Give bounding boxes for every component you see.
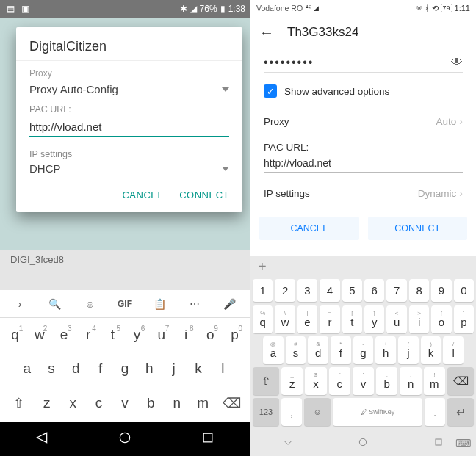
key-j[interactable]: j bbox=[162, 361, 186, 377]
key-l[interactable]: /l bbox=[443, 336, 464, 364]
key-b[interactable]: :b bbox=[376, 367, 397, 395]
key-d[interactable]: d bbox=[64, 361, 88, 377]
period-key[interactable]: . bbox=[425, 398, 445, 426]
key-a[interactable]: a bbox=[15, 361, 39, 377]
key-6[interactable]: 6 bbox=[364, 279, 384, 302]
key-j[interactable]: (j bbox=[398, 336, 419, 364]
key-d[interactable]: &d bbox=[308, 336, 328, 364]
key-s[interactable]: s bbox=[39, 361, 63, 377]
shift-key[interactable]: ⇧ bbox=[253, 367, 279, 395]
keyboard-right[interactable]: + 1234567890 %q\w|e=r[t]y<u>i{o}p @a#s&d… bbox=[250, 256, 476, 456]
clipboard-icon[interactable]: 📋 bbox=[149, 298, 171, 310]
key-5[interactable]: 5 bbox=[342, 279, 362, 302]
key-c[interactable]: c bbox=[86, 395, 112, 411]
key-t[interactable]: 5t bbox=[101, 327, 125, 343]
key-k[interactable]: )k bbox=[421, 336, 441, 364]
key-8[interactable]: 8 bbox=[409, 279, 429, 302]
eye-off-icon[interactable]: 👁 bbox=[451, 56, 463, 69]
key-v[interactable]: v bbox=[112, 395, 137, 411]
key-t[interactable]: [t bbox=[342, 305, 362, 333]
space-key[interactable]: 🖊 SwiftKey bbox=[333, 398, 422, 426]
emoji-key[interactable]: ☺ bbox=[304, 398, 331, 426]
password-field[interactable]: ••••••••• bbox=[264, 56, 314, 69]
key-i[interactable]: 8i bbox=[173, 327, 198, 343]
shift-key[interactable]: ⇧ bbox=[3, 395, 34, 411]
pac-url-input[interactable] bbox=[264, 154, 463, 173]
key-u[interactable]: 7u bbox=[149, 327, 173, 343]
key-x[interactable]: x bbox=[60, 395, 85, 411]
key-f[interactable]: f bbox=[88, 361, 112, 377]
show-advanced-checkbox[interactable]: ✓ Show advanced options bbox=[264, 79, 463, 108]
nav-home-icon[interactable] bbox=[118, 430, 132, 448]
ip-settings-dropdown[interactable]: DHCP bbox=[29, 162, 229, 175]
key-e[interactable]: |e bbox=[298, 305, 317, 333]
key-g[interactable]: g bbox=[112, 361, 137, 377]
key-q[interactable]: 1q bbox=[3, 327, 27, 343]
enter-key[interactable]: ↵ bbox=[447, 398, 474, 426]
key-r[interactable]: =r bbox=[320, 305, 339, 333]
key-p[interactable]: 0p bbox=[223, 327, 247, 343]
more-icon[interactable]: ⋯ bbox=[184, 298, 206, 310]
backspace-key[interactable]: ⌫ bbox=[447, 367, 474, 395]
key-7[interactable]: 7 bbox=[386, 279, 406, 302]
key-y[interactable]: 6y bbox=[125, 327, 149, 343]
backspace-key[interactable]: ⌫ bbox=[216, 395, 247, 411]
key-x[interactable]: $x bbox=[305, 367, 326, 395]
connect-button[interactable]: CONNECT bbox=[179, 189, 229, 200]
key-l[interactable]: l bbox=[211, 361, 235, 377]
key-s[interactable]: #s bbox=[286, 336, 306, 364]
key-g[interactable]: -g bbox=[353, 336, 374, 364]
key-0[interactable]: 0 bbox=[454, 279, 474, 302]
search-icon[interactable]: 🔍 bbox=[44, 298, 66, 310]
nav-back-icon[interactable] bbox=[35, 430, 49, 448]
numbers-key[interactable]: 123 bbox=[253, 398, 279, 426]
nav-recent-icon[interactable] bbox=[433, 436, 444, 450]
key-a[interactable]: @a bbox=[263, 336, 284, 364]
key-w[interactable]: 2w bbox=[27, 327, 51, 343]
key-b[interactable]: b bbox=[138, 395, 164, 411]
nav-recent-icon[interactable] bbox=[201, 430, 215, 448]
proxy-row[interactable]: Proxy Auto› bbox=[264, 108, 463, 134]
connect-button[interactable]: CONNECT bbox=[368, 217, 468, 240]
key-r[interactable]: 4r bbox=[76, 327, 101, 343]
sticker-icon[interactable]: ☺ bbox=[79, 298, 101, 310]
key-i[interactable]: >i bbox=[409, 305, 429, 333]
key-w[interactable]: \w bbox=[275, 305, 295, 333]
cancel-button[interactable]: CANCEL bbox=[259, 217, 359, 240]
key-9[interactable]: 9 bbox=[431, 279, 451, 302]
nav-home-icon[interactable] bbox=[357, 436, 369, 450]
key-o[interactable]: 9o bbox=[198, 327, 223, 343]
proxy-dropdown[interactable]: Proxy Auto-Config bbox=[29, 83, 229, 95]
key-z[interactable]: _z bbox=[281, 367, 303, 395]
key-f[interactable]: *f bbox=[331, 336, 351, 364]
mic-icon[interactable]: 🎤 bbox=[219, 298, 241, 310]
key-e[interactable]: 3e bbox=[51, 327, 76, 343]
key-u[interactable]: <u bbox=[386, 305, 406, 333]
key-o[interactable]: {o bbox=[431, 305, 451, 333]
pac-url-input[interactable] bbox=[29, 117, 229, 137]
gif-button[interactable]: GIF bbox=[114, 299, 136, 309]
key-p[interactable]: }p bbox=[454, 305, 474, 333]
key-h[interactable]: h bbox=[137, 361, 162, 377]
back-arrow-icon[interactable]: ← bbox=[259, 24, 274, 41]
nav-down-icon[interactable] bbox=[282, 436, 294, 450]
key-m[interactable]: m bbox=[190, 395, 216, 411]
key-1[interactable]: 1 bbox=[253, 279, 273, 302]
key-h[interactable]: +h bbox=[375, 336, 396, 364]
cancel-button[interactable]: CANCEL bbox=[122, 189, 163, 200]
keyboard-icon[interactable]: ⌨ bbox=[455, 437, 469, 450]
plus-icon[interactable]: + bbox=[258, 258, 267, 275]
key-y[interactable]: ]y bbox=[364, 305, 384, 333]
key-2[interactable]: 2 bbox=[275, 279, 295, 302]
ip-settings-row[interactable]: IP settings Dynamic› bbox=[264, 180, 463, 206]
key-3[interactable]: 3 bbox=[298, 279, 317, 302]
key-4[interactable]: 4 bbox=[320, 279, 339, 302]
key-v[interactable]: 'v bbox=[353, 367, 374, 395]
key-n[interactable]: ;n bbox=[400, 367, 421, 395]
comma-key[interactable]: , bbox=[281, 398, 302, 426]
key-n[interactable]: n bbox=[164, 395, 190, 411]
key-q[interactable]: %q bbox=[253, 305, 273, 333]
key-k[interactable]: k bbox=[186, 361, 210, 377]
key-z[interactable]: z bbox=[34, 395, 60, 411]
chevron-right-icon[interactable]: › bbox=[9, 298, 31, 310]
